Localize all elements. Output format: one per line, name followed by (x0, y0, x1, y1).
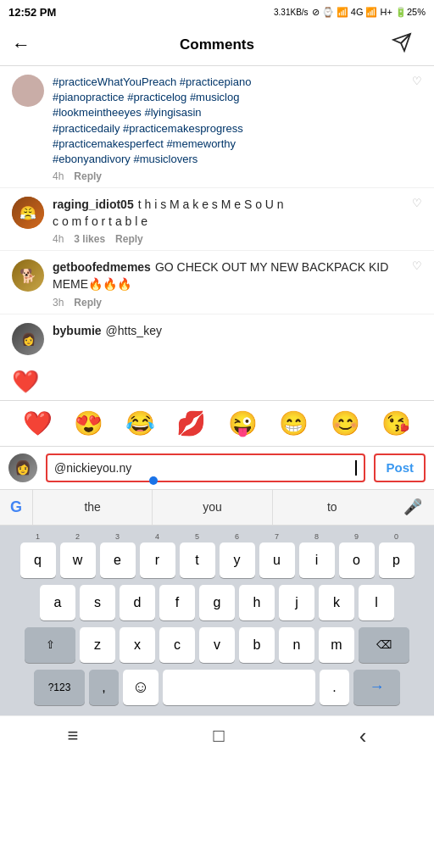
comment-username: raging_idiot05 (53, 198, 134, 211)
comment-body: raging_idiot05t h i s M a k e s M e S o … (53, 197, 403, 245)
keyboard-row-3: ⇧ z x c v b n m ⌫ (3, 627, 431, 663)
home-icon[interactable]: □ (213, 725, 224, 747)
key-d[interactable]: d (120, 585, 155, 620)
post-button-wrapper: Post (374, 453, 426, 482)
like-icon[interactable]: ♡ (412, 259, 422, 272)
key-h[interactable]: h (239, 585, 275, 620)
g-blue: G (10, 498, 22, 516)
comment-input-area: 👩 @nickieyou.ny Post (0, 447, 434, 490)
comment-text: raging_idiot05t h i s M a k e s M e S o … (53, 197, 403, 230)
comment-input[interactable]: @nickieyou.ny (54, 461, 354, 475)
num-hint: 5 (180, 532, 215, 541)
list-item: #practiceWhatYouPreach #practicepiano#pi… (0, 66, 434, 187)
reply-button[interactable]: Reply (115, 233, 143, 245)
keyboard-row-2: a s d f g h j k l (3, 585, 431, 620)
back-nav-icon[interactable]: ‹ (359, 723, 367, 749)
post-button[interactable]: Post (386, 460, 414, 475)
comment-text: getboofedmemesGO CHECK OUT MY NEW BACKPA… (53, 259, 403, 292)
key-i[interactable]: i (299, 542, 335, 578)
header: ← Comments (0, 24, 434, 66)
num-hint: 1 (20, 532, 56, 541)
key-z[interactable]: z (80, 627, 115, 663)
reply-button[interactable]: Reply (74, 170, 102, 182)
key-l[interactable]: l (359, 585, 394, 620)
emoji-grin[interactable]: 😁 (279, 409, 309, 437)
comment-meta: 3h Reply (53, 297, 403, 309)
key-w[interactable]: w (60, 542, 96, 578)
key-t[interactable]: t (180, 542, 215, 578)
send-button[interactable] (392, 32, 422, 57)
key-c[interactable]: c (159, 627, 195, 663)
key-x[interactable]: x (120, 627, 155, 663)
period-key[interactable]: . (320, 670, 349, 705)
send-icon[interactable] (392, 32, 412, 57)
key-q[interactable]: q (20, 542, 56, 578)
delete-key[interactable]: ⌫ (359, 627, 409, 663)
key-k[interactable]: k (319, 585, 354, 620)
suggestion-words: the you to (33, 490, 392, 525)
status-time: 12:52 PM (8, 6, 56, 19)
key-v[interactable]: v (199, 627, 235, 663)
key-f[interactable]: f (159, 585, 195, 620)
key-s[interactable]: s (80, 585, 115, 620)
mic-button[interactable]: 🎤 (392, 498, 434, 516)
comment-time: 4h (53, 233, 64, 245)
keyboard-number-hints: 1 2 3 4 5 6 7 8 9 0 (3, 532, 431, 541)
comment-body: getboofedmemesGO CHECK OUT MY NEW BACKPA… (53, 259, 403, 308)
key-o[interactable]: o (339, 542, 375, 578)
key-p[interactable]: p (379, 542, 415, 578)
key-r[interactable]: r (140, 542, 175, 578)
key-y[interactable]: y (220, 542, 255, 578)
key-b[interactable]: b (239, 627, 275, 663)
emoji-kiss[interactable]: 💋 (176, 409, 206, 437)
key-g[interactable]: g (199, 585, 235, 620)
back-button[interactable]: ← (12, 34, 42, 56)
google-logo: G (0, 490, 33, 525)
keyboard: 1 2 3 4 5 6 7 8 9 0 q w e r t y u i o p … (0, 526, 434, 715)
num-hint: 4 (140, 532, 175, 541)
emoji-heart-eyes[interactable]: 😍 (74, 409, 103, 437)
suggestion-word-the[interactable]: the (33, 490, 153, 525)
suggestion-word-you[interactable]: you (153, 490, 272, 525)
comment-body: #practiceWhatYouPreach #practicepiano#pi… (53, 75, 403, 182)
cursor (355, 460, 357, 476)
like-icon[interactable]: ♡ (412, 75, 422, 87)
emoji-laugh[interactable]: 😂 (125, 409, 155, 437)
comment-body: bybumie@htts_key (53, 323, 422, 340)
avatar: 🐕 (12, 259, 44, 292)
heart-reaction[interactable]: ❤️ (12, 369, 39, 395)
reply-button[interactable]: Reply (74, 297, 102, 309)
emoji-wink[interactable]: 😜 (228, 409, 258, 437)
key-e[interactable]: e (100, 542, 136, 578)
emoji-heart[interactable]: ❤️ (23, 409, 53, 437)
comma-key[interactable]: , (89, 670, 119, 705)
user-avatar: 👩 (8, 453, 37, 482)
avatar: 👩 (12, 323, 44, 355)
keyboard-row-4: ?123 , ☺ . → (3, 670, 431, 705)
list-item: 😤 raging_idiot05t h i s M a k e s M e S … (0, 188, 434, 250)
avatar: 😤 (12, 197, 44, 229)
menu-icon[interactable]: ≡ (68, 725, 79, 747)
space-key[interactable] (163, 670, 315, 705)
key-m[interactable]: m (319, 627, 354, 663)
emoji-kissing[interactable]: 😘 (381, 409, 411, 437)
bottom-nav: ≡ □ ‹ (0, 715, 434, 754)
list-item: 👩 bybumie@htts_key (0, 314, 434, 360)
suggestion-word-to[interactable]: to (273, 490, 392, 525)
page-title: Comments (180, 36, 254, 53)
reaction-area: ❤️ (0, 364, 434, 400)
emoji-key[interactable]: ☺ (123, 670, 159, 705)
shift-key[interactable]: ⇧ (25, 627, 75, 663)
status-signal-icons: ⊘ ⌚ 📶 4G 📶 H+ 🔋25% (312, 7, 426, 18)
like-icon[interactable]: ♡ (412, 197, 422, 209)
back-icon[interactable]: ← (12, 34, 31, 56)
num-hint: 8 (299, 532, 335, 541)
key-a[interactable]: a (40, 585, 75, 620)
comments-area: #practiceWhatYouPreach #practicepiano#pi… (0, 66, 434, 364)
numbers-key[interactable]: ?123 (34, 670, 85, 705)
emoji-smile[interactable]: 😊 (331, 409, 360, 437)
enter-key[interactable]: → (353, 670, 400, 705)
key-u[interactable]: u (259, 542, 295, 578)
key-j[interactable]: j (279, 585, 314, 620)
key-n[interactable]: n (279, 627, 314, 663)
